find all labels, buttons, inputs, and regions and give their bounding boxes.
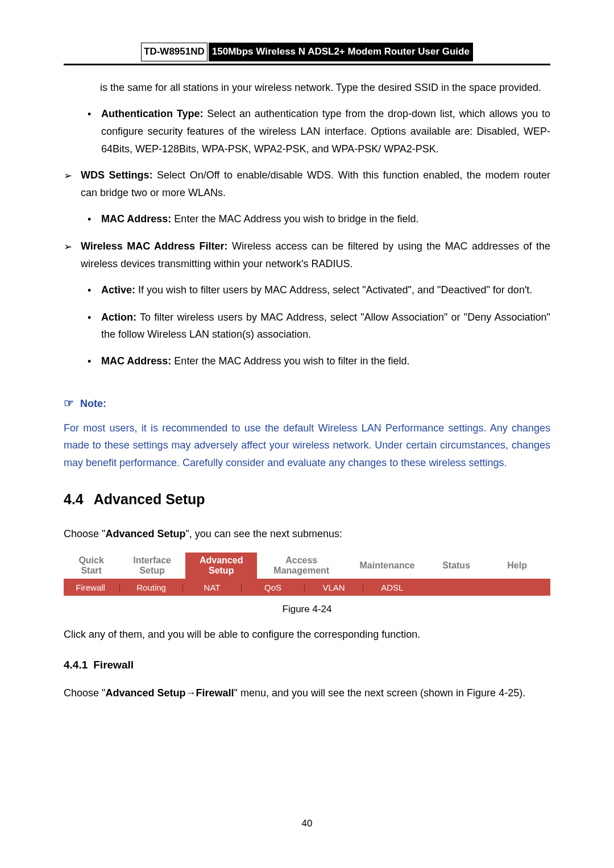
- firewall-bold: Advanced Setup→Firewall: [105, 687, 234, 699]
- menu-top-row: QuickStart InterfaceSetup AdvancedSetup …: [64, 553, 550, 579]
- model-number: TD-W8951ND: [141, 43, 208, 61]
- divider-icon: [304, 584, 305, 592]
- bullet-dot-icon: •: [88, 211, 101, 229]
- firewall-post: " menu, and you will see the next screen…: [234, 687, 526, 699]
- subtab-adsl[interactable]: ADSL: [366, 579, 419, 596]
- bullet-dot-icon: •: [88, 353, 101, 371]
- arrow-right-icon: ➢: [64, 238, 81, 256]
- action-label: Action:: [101, 312, 136, 323]
- header-divider: [64, 64, 550, 65]
- active-label: Active:: [101, 284, 135, 296]
- subsection-title: Firewall: [93, 659, 134, 671]
- menu-screenshot: QuickStart InterfaceSetup AdvancedSetup …: [64, 553, 550, 596]
- subsection-number: 4.4.1: [64, 659, 88, 671]
- document-header: TD-W8951ND150Mbps Wireless N ADSL2+ Mode…: [64, 43, 550, 61]
- pointing-hand-icon: ☞: [64, 397, 74, 409]
- subsection-heading-firewall: 4.4.1Firewall: [64, 656, 550, 674]
- tab-access-management[interactable]: AccessManagement: [257, 553, 346, 579]
- intro-post: ", you can see the next submenus:: [185, 528, 342, 539]
- firewall-intro: Choose "Advanced Setup→Firewall" menu, a…: [64, 684, 550, 702]
- arrow-right-icon: ➢: [64, 167, 81, 185]
- macfilter-label: Wireless MAC Address Filter:: [81, 240, 228, 252]
- after-figure-text: Click any of them, and you will be able …: [64, 626, 550, 643]
- document-body: is the same for all stations in your wir…: [64, 79, 550, 702]
- menu-table: QuickStart InterfaceSetup AdvancedSetup …: [64, 553, 550, 596]
- firewall-pre: Choose ": [64, 687, 105, 699]
- divider-icon: [363, 584, 364, 592]
- bullet-wds-settings: ➢ WDS Settings: Select On/Off to enable/…: [64, 167, 550, 201]
- divider-icon: [182, 584, 184, 592]
- bullet-wds-mac: • MAC Address: Enter the MAC Address you…: [88, 210, 550, 229]
- auth-label: Authentication Type:: [101, 108, 203, 119]
- bullet-dot-icon: •: [88, 309, 101, 327]
- intro-pre: Choose ": [64, 528, 105, 539]
- bullet-action: • Action: To filter wireless users by MA…: [88, 309, 550, 343]
- tab-quick-start[interactable]: QuickStart: [64, 553, 119, 579]
- subtab-qos[interactable]: QoS: [244, 579, 302, 596]
- section-intro: Choose "Advanced Setup", you can see the…: [64, 525, 550, 543]
- bullet-mac-filter: ➢ Wireless MAC Address Filter: Wireless …: [64, 238, 550, 272]
- tab-help[interactable]: Help: [484, 553, 550, 579]
- figure-caption: Figure 4-24: [64, 601, 550, 618]
- bullet-dot-icon: •: [88, 106, 101, 123]
- active-text: If you wish to filter users by MAC Addre…: [135, 284, 532, 296]
- tab-status[interactable]: Status: [429, 553, 484, 579]
- subtab-firewall[interactable]: Firewall: [64, 579, 117, 596]
- tab-maintenance[interactable]: Maintenance: [346, 553, 429, 579]
- mac-text: Enter the MAC Address you wish to filter…: [171, 355, 409, 367]
- intro-bold: Advanced Setup: [105, 528, 185, 539]
- bullet-mac-address: • MAC Address: Enter the MAC Address you…: [88, 352, 550, 371]
- note-body: For most users, it is recommended to use…: [64, 420, 550, 472]
- page-number: 40: [64, 816, 550, 832]
- divider-icon: [241, 584, 242, 592]
- mac-label: MAC Address:: [101, 355, 171, 367]
- tab-advanced-setup[interactable]: AdvancedSetup: [185, 553, 257, 579]
- wds-mac-text: Enter the MAC Address you wish to bridge…: [171, 213, 418, 225]
- bullet-authentication-type: • Authentication Type: Select an authent…: [88, 105, 550, 157]
- divider-icon: [119, 584, 121, 592]
- continuation-paragraph: is the same for all stations in your wir…: [100, 79, 550, 97]
- subtab-nat[interactable]: NAT: [185, 579, 239, 596]
- tab-interface-setup[interactable]: InterfaceSetup: [119, 553, 185, 579]
- subtab-vlan[interactable]: VLAN: [307, 579, 360, 596]
- note-heading: ☞ Note:: [64, 393, 550, 413]
- note-label: Note:: [80, 398, 106, 409]
- section-title: Advanced Setup: [94, 491, 205, 507]
- section-number: 4.4: [64, 491, 84, 507]
- section-heading-advanced-setup: 4.4Advanced Setup: [64, 487, 550, 512]
- bullet-dot-icon: •: [88, 282, 101, 300]
- wds-label: WDS Settings:: [81, 169, 153, 181]
- menu-bottom-row: Firewall Routing NAT QoS VLAN ADSL: [64, 579, 550, 596]
- bullet-active: • Active: If you wish to filter users by…: [88, 281, 550, 300]
- wds-mac-label: MAC Address:: [101, 213, 171, 225]
- subtab-routing[interactable]: Routing: [122, 579, 181, 596]
- action-text: To filter wireless users by MAC Address,…: [101, 312, 550, 340]
- guide-title: 150Mbps Wireless N ADSL2+ Modem Router U…: [209, 43, 473, 61]
